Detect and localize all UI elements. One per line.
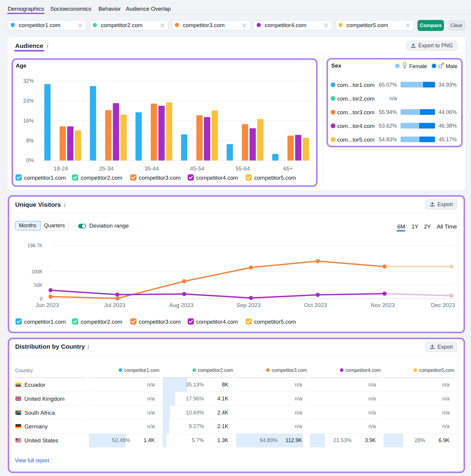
- svg-text:65+: 65+: [283, 165, 293, 172]
- svg-text:55-64: 55-64: [236, 165, 250, 172]
- svg-text:0%: 0%: [26, 157, 34, 163]
- svg-text:Nov 2023: Nov 2023: [370, 302, 395, 308]
- svg-text:198.7K: 198.7K: [27, 243, 43, 248]
- svg-text:50K: 50K: [34, 283, 43, 288]
- svg-text:45-54: 45-54: [190, 165, 205, 172]
- svg-text:Jul 2023: Jul 2023: [104, 302, 125, 308]
- svg-text:18-24: 18-24: [54, 165, 68, 172]
- svg-text:32%: 32%: [23, 78, 34, 84]
- svg-text:Oct 2023: Oct 2023: [304, 302, 327, 308]
- svg-text:24%: 24%: [23, 98, 34, 104]
- svg-text:8%: 8%: [26, 138, 34, 144]
- svg-text:25-34: 25-34: [99, 165, 114, 172]
- svg-text:0: 0: [40, 296, 43, 301]
- svg-text:Dec 2023: Dec 2023: [431, 302, 455, 308]
- svg-text:100K: 100K: [32, 269, 43, 274]
- svg-text:Jun 2023: Jun 2023: [36, 302, 59, 308]
- svg-text:Aug 2023: Aug 2023: [169, 302, 193, 308]
- svg-text:Sep 2023: Sep 2023: [236, 302, 260, 308]
- svg-text:16%: 16%: [23, 118, 34, 124]
- svg-text:35-44: 35-44: [145, 165, 159, 172]
